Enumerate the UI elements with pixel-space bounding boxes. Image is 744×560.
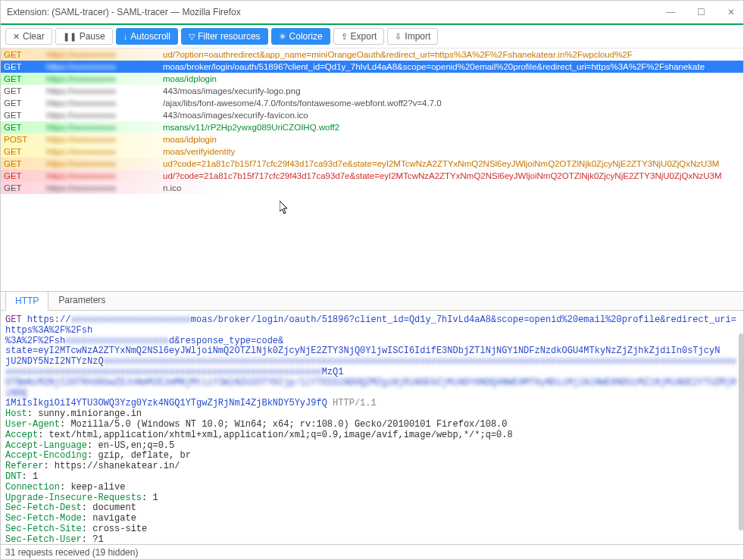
tab-http[interactable]: HTTP xyxy=(5,291,48,311)
header-line: Connection: keep-alive xyxy=(5,483,739,493)
request-row[interactable]: GEThttps://xxxxxxxxxxmoas/idplogin xyxy=(1,73,743,85)
tab-parameters[interactable]: Parameters xyxy=(48,290,115,310)
request-path: moas/verifyidentity xyxy=(163,147,740,156)
detail-panel[interactable]: GET https://xxxxxxxxxxxxxxxxxxxxxxmoas/b… xyxy=(1,311,743,544)
request-host: https://xxxxxxxxxx xyxy=(46,111,163,120)
request-host: https://xxxxxxxxxx xyxy=(46,86,163,95)
request-method: GET xyxy=(1,50,46,59)
request-method: GET xyxy=(1,147,46,156)
request-host: https://xxxxxxxxxx xyxy=(46,123,163,132)
clear-button[interactable]: ✕Clear xyxy=(5,28,52,45)
request-method: GET xyxy=(1,123,46,132)
toolbar: ✕Clear ❚❚Pause ↓Autoscroll ▽Filter resou… xyxy=(1,25,743,48)
window-title: Extension: (SAML-tracer) - SAML-tracer —… xyxy=(7,7,664,17)
request-path: n.ico xyxy=(163,183,740,192)
request-path: 443/moas/images/xecurify-logo.png xyxy=(163,86,740,95)
request-row[interactable]: GEThttps://xxxxxxxxxx443/moas/images/xec… xyxy=(1,109,743,121)
request-path: moas/idplogin xyxy=(163,74,740,83)
pause-icon: ❚❚ xyxy=(63,32,77,42)
header-line: Accept-Language: en-US,en;q=0.5 xyxy=(5,441,739,452)
request-path: moas/idplogin xyxy=(163,135,740,144)
header-line: Accept-Encoding: gzip, deflate, br xyxy=(5,451,739,461)
request-row[interactable]: GEThttps://xxxxxxxxxxud/?option=oauthred… xyxy=(1,48,743,61)
request-method: POST xyxy=(1,135,46,144)
request-host: https://xxxxxxxxxx xyxy=(46,62,163,71)
request-path: moas/broker/login/oauth/51896?client_id=… xyxy=(163,62,740,71)
header-line: Sec-Fetch-Dest: document xyxy=(5,503,739,514)
request-host: https://xxxxxxxxxx xyxy=(46,147,163,156)
request-method: GET xyxy=(1,99,46,108)
request-host: https://xxxxxxxxxx xyxy=(46,50,163,59)
export-button[interactable]: ⇪Export xyxy=(333,28,385,45)
request-row[interactable]: POSThttps://xxxxxxxxxxmoas/idplogin xyxy=(1,133,743,145)
export-icon: ⇪ xyxy=(341,32,348,42)
sun-icon: ☀ xyxy=(279,32,286,42)
request-method: GET xyxy=(1,171,46,180)
colorize-button[interactable]: ☀Colorize xyxy=(271,28,330,45)
request-row[interactable]: GEThttps://xxxxxxxxxxud?code=21a81c7b15f… xyxy=(1,158,743,170)
header-line: User-Agent: Mozilla/5.0 (Windows NT 10.0… xyxy=(5,420,739,430)
request-method: GET xyxy=(1,86,46,95)
header-line: Sec-Fetch-User: ?1 xyxy=(5,535,739,544)
pause-button[interactable]: ❚❚Pause xyxy=(55,28,113,45)
header-line: DNT: 1 xyxy=(5,472,739,483)
request-method: GET xyxy=(1,74,46,83)
x-icon: ✕ xyxy=(13,32,20,42)
request-method: GET xyxy=(5,314,22,325)
request-path: ud/?option=oauthredirect&app_name=miniOr… xyxy=(163,50,740,59)
request-row[interactable]: GEThttps://xxxxxxxxxxmsans/v11/rP2Hp2ywx… xyxy=(1,121,743,133)
request-method: GET xyxy=(1,111,46,120)
header-line: Sec-Fetch-Mode: navigate xyxy=(5,514,739,524)
request-host: https://xxxxxxxxxx xyxy=(46,74,163,83)
request-path: /ajax/libs/font-awesome/4.7.0/fonts/font… xyxy=(163,99,740,108)
statusbar: 31 requests received (19 hidden) xyxy=(1,544,743,559)
request-path: ud/?code=21a81c7b15f717cfc29f43d17ca93d7… xyxy=(163,171,740,180)
request-list[interactable]: GEThttps://xxxxxxxxxxud/?option=oauthred… xyxy=(1,48,743,291)
request-host: https://xxxxxxxxxx xyxy=(46,183,163,192)
header-line: Sec-Fetch-Site: cross-site xyxy=(5,524,739,535)
detail-tabs: HTTP Parameters xyxy=(1,291,743,311)
autoscroll-button[interactable]: ↓Autoscroll xyxy=(116,28,178,45)
header-line: Upgrade-Insecure-Requests: 1 xyxy=(5,493,739,504)
request-row[interactable]: GEThttps://xxxxxxxxxx443/moas/images/xec… xyxy=(1,85,743,97)
import-icon: ⇩ xyxy=(395,32,402,42)
request-method: GET xyxy=(1,183,46,192)
request-row[interactable]: GEThttps://xxxxxxxxxxmoas/verifyidentity xyxy=(1,145,743,158)
request-method: GET xyxy=(1,62,46,71)
close-button[interactable]: ✕ xyxy=(725,7,737,17)
header-line: Accept: text/html,application/xhtml+xml,… xyxy=(5,430,739,441)
request-row[interactable]: GEThttps://xxxxxxxxxx/ajax/libs/font-awe… xyxy=(1,97,743,109)
request-method: GET xyxy=(1,159,46,168)
request-row[interactable]: GEThttps://xxxxxxxxxxn.ico xyxy=(1,182,743,194)
minimize-button[interactable]: — xyxy=(664,7,677,17)
scrollbar-thumb[interactable] xyxy=(739,333,743,530)
request-path: 443/moas/images/xecurify-favicon.ico xyxy=(163,111,740,120)
request-path: msans/v11/rP2Hp2ywxg089UriCZOIHQ.woff2 xyxy=(163,123,740,132)
import-button[interactable]: ⇩Import xyxy=(387,28,438,45)
titlebar: Extension: (SAML-tracer) - SAML-tracer —… xyxy=(1,1,743,23)
filter-icon: ▽ xyxy=(189,32,195,42)
request-path: ud?code=21a81c7b15f717cfc29f43d17ca93d7e… xyxy=(163,159,740,168)
request-host: https://xxxxxxxxxx xyxy=(46,171,163,180)
status-text: 31 requests received (19 hidden) xyxy=(5,547,138,558)
header-line: Host: sunny.miniorange.in xyxy=(5,409,739,420)
down-arrow-icon: ↓ xyxy=(123,32,128,41)
maximize-button[interactable]: ☐ xyxy=(695,7,707,17)
request-host: https://xxxxxxxxxx xyxy=(46,99,163,108)
request-row[interactable]: GEThttps://xxxxxxxxxxmoas/broker/login/o… xyxy=(1,61,743,73)
request-host: https://xxxxxxxxxx xyxy=(46,159,163,168)
header-line: Referer: https://shanekatear.in/ xyxy=(5,461,739,472)
request-row[interactable]: GEThttps://xxxxxxxxxxud/?code=21a81c7b15… xyxy=(1,170,743,182)
filter-button[interactable]: ▽Filter resources xyxy=(181,28,268,45)
request-host: https://xxxxxxxxxx xyxy=(46,135,163,144)
